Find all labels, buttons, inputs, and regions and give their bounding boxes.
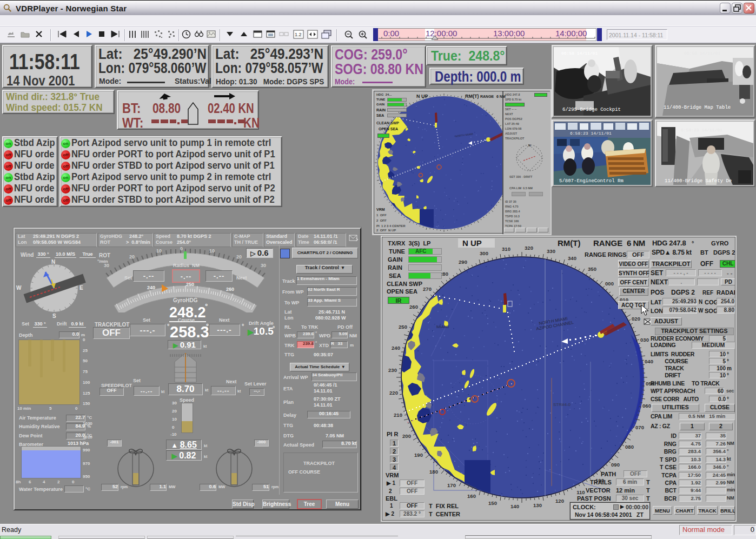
svg-text:340: 340 (568, 255, 576, 261)
svg-text:070: 070 (635, 424, 644, 430)
svg-text:06:58 14/11/01: 06:58 14/11/01 (684, 51, 720, 56)
svg-text:080: 080 (625, 444, 634, 450)
svg-text:6:58:23 14/11/01: 6:58:23 14/11/01 (681, 128, 722, 132)
svg-text:290: 290 (459, 259, 467, 265)
svg-text:MIAMI: MIAMI (436, 324, 449, 329)
svg-text:240: 240 (392, 345, 400, 351)
svg-text:230: 230 (388, 367, 397, 373)
svg-text:130: 130 (533, 502, 542, 508)
svg-text:140: 140 (510, 503, 519, 509)
svg-text:030: 030 (640, 337, 649, 343)
svg-text:6:58:23 14/11/01: 6:58:23 14/11/01 (570, 131, 612, 136)
svg-text:270: 270 (423, 286, 432, 292)
svg-text:160: 160 (467, 493, 476, 499)
svg-text:200: 200 (402, 433, 411, 439)
svg-text:5/807-EngineControl Rm: 5/807-EngineControl Rm (559, 178, 624, 184)
svg-text:11/400-Bridge Map Table: 11/400-Bridge Map Table (664, 105, 731, 110)
svg-text:150: 150 (488, 500, 497, 506)
svg-text:350: 350 (588, 266, 596, 272)
svg-text:250: 250 (399, 324, 407, 330)
svg-text:180: 180 (429, 469, 438, 475)
svg-text:11/400-Bridge Safety De: 11/400-Bridge Safety De (665, 178, 732, 184)
svg-text:210: 210 (394, 412, 402, 418)
svg-text:090: 090 (611, 462, 620, 468)
svg-text:000: 000 (605, 281, 614, 287)
svg-text:STR#4-0: STR#4-0 (553, 402, 571, 407)
svg-text:260: 260 (409, 304, 418, 310)
svg-text:330: 330 (547, 248, 555, 254)
svg-text:N: N (528, 144, 530, 147)
svg-text:110: 110 (576, 489, 585, 495)
svg-text:190: 190 (414, 452, 423, 458)
svg-text:060: 060 (642, 403, 651, 409)
svg-text:6/295-Bridge Cockpit: 6/295-Bridge Cockpit (562, 107, 621, 112)
svg-text:120: 120 (555, 498, 564, 504)
svg-text:170: 170 (447, 482, 456, 488)
svg-text:300: 300 (480, 250, 488, 256)
svg-text:06:58 14/11/01: 06:58 14/11/01 (561, 51, 598, 56)
svg-text:220: 220 (389, 390, 398, 396)
svg-text:320: 320 (525, 245, 533, 251)
svg-text:1.2: 1.2 (295, 32, 302, 37)
svg-text:020: 020 (632, 316, 640, 322)
svg-text:310: 310 (502, 246, 510, 252)
